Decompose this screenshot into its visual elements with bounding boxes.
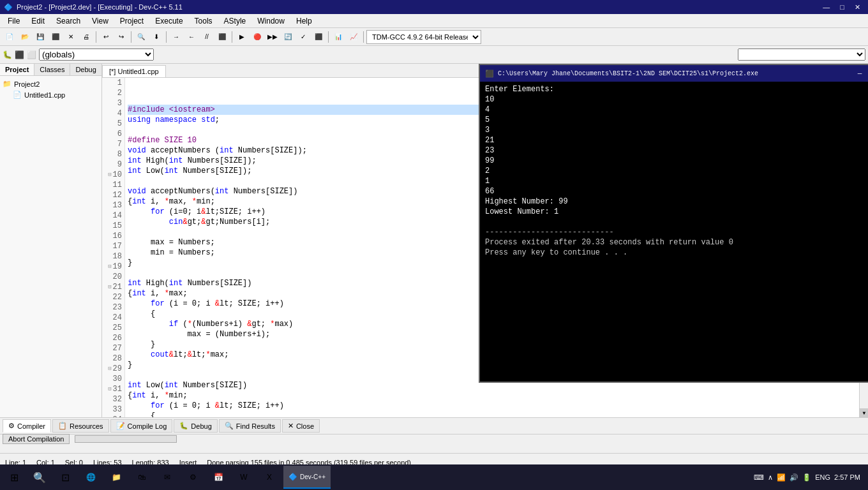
tab-classes[interactable]: Classes <box>34 64 70 75</box>
tb-new[interactable]: 📄 <box>3 30 17 44</box>
tray-chevron-icon[interactable]: ∧ <box>768 473 773 482</box>
tb-compile[interactable]: ▶ <box>235 30 249 44</box>
tb-debug-something[interactable]: ⬜ <box>27 50 36 59</box>
menu-tools[interactable]: Tools <box>190 15 218 27</box>
tb-chart2[interactable]: 📈 <box>347 30 361 44</box>
fold-icon-31[interactable]: ⊟ <box>108 384 111 394</box>
tb-find-next[interactable]: ⬇ <box>149 30 163 44</box>
tree-project2[interactable]: 📁 Project2 <box>3 78 99 89</box>
tb-chart[interactable]: 📊 <box>331 30 345 44</box>
fold-icon-29[interactable]: ⊟ <box>108 364 111 374</box>
tb-run[interactable]: 🔴 <box>250 30 264 44</box>
fold-icon-21[interactable]: ⊟ <box>108 282 111 292</box>
tb-save[interactable]: 💾 <box>33 30 47 44</box>
line-number-15: 15 <box>102 221 124 231</box>
line-number-30: 30 <box>102 374 124 384</box>
console-controls: — □ ✕ <box>853 68 868 79</box>
tb-comment[interactable]: // <box>200 30 214 44</box>
console-line-7: 99 <box>485 156 868 166</box>
editor-tab-untitled1[interactable]: [*] Untitled1.cpp <box>102 65 166 77</box>
line-number-19: ⊟19 <box>102 262 124 272</box>
tab-compiler[interactable]: ⚙ Compiler <box>3 419 51 433</box>
tray-network-icon[interactable]: 📶 <box>777 473 786 482</box>
maximize-button[interactable]: □ <box>836 3 848 11</box>
tb-stop[interactable]: ⬛ <box>311 30 326 44</box>
tb-save-all[interactable]: ⬛ <box>49 30 63 44</box>
tb-debug-stop[interactable]: ⬛ <box>15 50 24 59</box>
tb-unindent[interactable]: ← <box>184 30 198 44</box>
app-title: Project2 - [Project2.dev] - [Executing] … <box>17 3 183 11</box>
tb-find[interactable]: 🔍 <box>134 30 148 44</box>
code-line-31[interactable]: { <box>128 411 857 417</box>
taskbar-mail[interactable]: ✉ <box>156 466 179 489</box>
tray-language[interactable]: ENG <box>815 473 830 481</box>
console-minimize[interactable]: — <box>853 68 867 79</box>
menu-astyle[interactable]: AStyle <box>219 15 251 27</box>
taskbar-store[interactable]: 🛍 <box>130 466 153 489</box>
tab-compile-log[interactable]: 📝 Compile Log <box>110 419 173 433</box>
tb-print[interactable]: 🖨 <box>79 30 93 44</box>
abort-compilation-button[interactable]: Abort Compilation <box>3 434 70 444</box>
tb-indent[interactable]: → <box>169 30 183 44</box>
console-title: ⬛ C:\Users\Mary Jhane\Documents\BSIT2-1\… <box>485 70 758 78</box>
taskbar-settings[interactable]: ⚙ <box>181 466 204 489</box>
minimize-button[interactable]: — <box>819 3 834 11</box>
tray-battery-icon[interactable]: 🔋 <box>802 473 811 482</box>
tab-project[interactable]: Project <box>0 64 34 75</box>
menu-view[interactable]: View <box>87 15 114 27</box>
tb-open[interactable]: 📂 <box>18 30 32 44</box>
tb-compile-run[interactable]: ▶▶ <box>266 30 280 44</box>
tb-uncomment[interactable]: ⬛ <box>215 30 229 44</box>
taskbar-calendar[interactable]: 📅 <box>207 466 230 489</box>
tb-check[interactable]: ✓ <box>296 30 310 44</box>
menu-search[interactable]: Search <box>51 15 86 27</box>
menu-help[interactable]: Help <box>291 15 317 27</box>
second-dropdown[interactable] <box>738 48 865 61</box>
tab-debug[interactable]: 🐛 Debug <box>174 419 217 433</box>
tb-close[interactable]: ✕ <box>64 30 78 44</box>
line-number-12: 12 <box>102 190 124 200</box>
tb-redo[interactable]: ↪ <box>114 30 128 44</box>
start-icon: ⊞ <box>10 471 19 484</box>
line-number-14: 14 <box>102 211 124 221</box>
bottom-tabs: ⚙ Compiler 📋 Resources 📝 Compile Log 🐛 D… <box>0 418 868 434</box>
task-view-icon: ⊡ <box>61 471 70 484</box>
taskbar-excel[interactable]: X <box>258 466 281 489</box>
tab-debug[interactable]: Debug <box>70 64 101 75</box>
menu-project[interactable]: Project <box>115 15 149 27</box>
taskbar-edge[interactable]: 🌐 <box>79 466 102 489</box>
taskbar-folder[interactable]: 📁 <box>105 466 128 489</box>
console-window: ⬛ C:\Users\Mary Jhane\Documents\BSIT2-1\… <box>479 64 868 383</box>
start-button[interactable]: ⊞ <box>3 466 26 489</box>
search-button[interactable]: 🔍 <box>28 466 51 489</box>
tray-keyboard-icon[interactable]: ⌨ <box>754 473 764 482</box>
tab-resources[interactable]: 📋 Resources <box>52 419 109 433</box>
console-line-1: 10 <box>485 94 868 105</box>
tree-untitled1[interactable]: 📄 Untitled1.cpp <box>13 89 99 100</box>
compiler-select[interactable]: TDM-GCC 4.9.2 64-bit Release <box>366 30 481 44</box>
close-button[interactable]: ✕ <box>851 3 864 11</box>
tb-undo[interactable]: ↩ <box>99 30 113 44</box>
taskbar-word[interactable]: W <box>232 466 255 489</box>
fold-icon-19[interactable]: ⊟ <box>108 262 111 272</box>
tab-close[interactable]: ✕ Close <box>282 419 320 433</box>
tb-rebuild[interactable]: 🔄 <box>281 30 295 44</box>
tab-find-results[interactable]: 🔍 Find Results <box>219 419 281 433</box>
code-line-29[interactable]: {int i, *min; <box>128 390 857 401</box>
tray-volume-icon[interactable]: 🔊 <box>789 473 798 482</box>
menu-edit[interactable]: Edit <box>26 15 50 27</box>
progress-bar <box>75 435 177 443</box>
menu-file[interactable]: File <box>3 15 25 27</box>
menu-execute[interactable]: Execute <box>150 15 188 27</box>
console-icon: ⬛ <box>485 70 494 78</box>
window-controls: — □ ✕ <box>819 3 864 11</box>
line-number-16: 16 <box>102 231 124 241</box>
code-line-30[interactable]: for (i = 0; i &lt; SIZE; i++) <box>128 401 857 411</box>
fold-icon-10[interactable]: ⊟ <box>108 170 111 180</box>
tb-debug-start[interactable]: 🐛 <box>3 50 12 59</box>
taskbar-devcpp[interactable]: 🔷 Dev-C++ <box>283 466 331 489</box>
globals-select[interactable]: (globals) <box>39 48 154 61</box>
task-view-button[interactable]: ⊡ <box>54 466 77 489</box>
line-number-27: 27 <box>102 343 124 353</box>
menu-window[interactable]: Window <box>252 15 290 27</box>
